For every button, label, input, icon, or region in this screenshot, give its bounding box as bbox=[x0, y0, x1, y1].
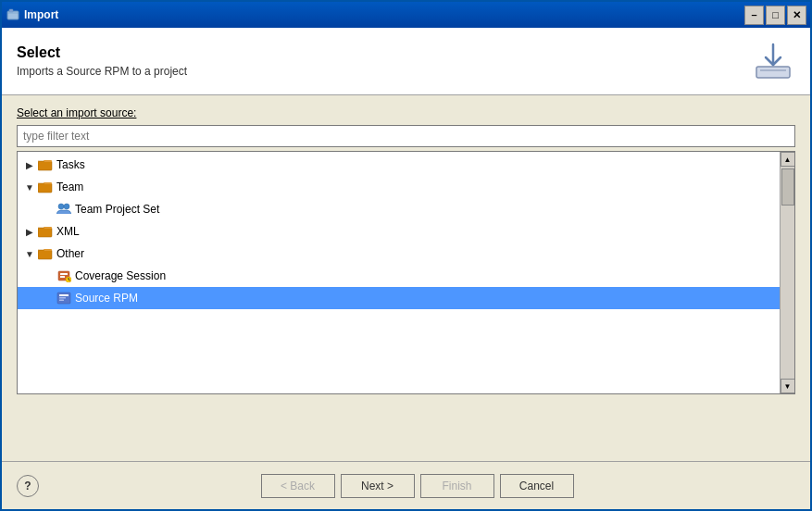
import-icon bbox=[751, 39, 795, 83]
svg-rect-10 bbox=[38, 250, 52, 259]
footer-left: ? bbox=[17, 475, 39, 497]
item-label-other: Other bbox=[56, 247, 84, 260]
item-label-coverage-session: Coverage Session bbox=[75, 269, 166, 282]
svg-rect-18 bbox=[59, 294, 69, 296]
svg-rect-6 bbox=[38, 183, 52, 193]
item-icon-coverage-session bbox=[56, 268, 71, 283]
window-title: Import bbox=[24, 8, 744, 21]
item-label-team-project-set: Team Project Set bbox=[75, 203, 159, 216]
title-bar: Import – □ ✕ bbox=[2, 2, 810, 28]
item-label-team: Team bbox=[56, 181, 83, 193]
content-section: Select an import source: ▶ Tasks▼ Team T… bbox=[2, 95, 810, 461]
svg-rect-0 bbox=[7, 11, 19, 19]
svg-rect-3 bbox=[756, 67, 790, 78]
header-section: Select Imports a Source RPM to a project bbox=[2, 28, 810, 95]
item-icon-team-project-set bbox=[56, 202, 71, 217]
title-bar-buttons: – □ ✕ bbox=[744, 6, 806, 25]
svg-rect-13 bbox=[60, 276, 65, 278]
next-button[interactable]: Next > bbox=[341, 474, 415, 498]
item-label-source-rpm: Source RPM bbox=[75, 292, 138, 305]
expand-arrow-tasks[interactable]: ▶ bbox=[23, 158, 36, 171]
footer-buttons: < Back Next > Finish Cancel bbox=[39, 474, 795, 498]
header-title: Select bbox=[17, 44, 187, 61]
tree-container: ▶ Tasks▼ Team Team Project Set▶ XML▼ Oth… bbox=[17, 151, 795, 394]
svg-rect-19 bbox=[59, 297, 66, 299]
svg-rect-12 bbox=[60, 273, 68, 275]
item-icon-xml bbox=[38, 224, 53, 239]
tree-item-team-project-set[interactable]: Team Project Set bbox=[18, 198, 780, 220]
svg-rect-20 bbox=[59, 300, 64, 302]
footer-section: ? < Back Next > Finish Cancel bbox=[2, 461, 810, 509]
item-label-tasks: Tasks bbox=[56, 158, 85, 171]
item-icon-tasks bbox=[38, 157, 53, 172]
expand-arrow-coverage-session bbox=[42, 269, 55, 282]
item-label-xml: XML bbox=[56, 225, 80, 238]
back-button[interactable]: < Back bbox=[261, 474, 335, 498]
scroll-down-button[interactable]: ▼ bbox=[781, 379, 795, 393]
window-icon bbox=[6, 7, 20, 22]
import-source-label: Select an import source: bbox=[17, 106, 795, 119]
help-button[interactable]: ? bbox=[17, 475, 39, 497]
item-icon-other bbox=[38, 246, 53, 261]
svg-rect-9 bbox=[38, 228, 52, 237]
header-text: Select Imports a Source RPM to a project bbox=[17, 44, 187, 78]
close-button[interactable]: ✕ bbox=[787, 6, 806, 25]
expand-arrow-team-project-set bbox=[42, 203, 55, 216]
scroll-up-button[interactable]: ▲ bbox=[781, 152, 795, 167]
tree-item-other[interactable]: ▼ Other bbox=[18, 243, 780, 265]
svg-rect-5 bbox=[38, 161, 52, 170]
scrollbar[interactable]: ▲ ▼ bbox=[780, 152, 794, 393]
cancel-button[interactable]: Cancel bbox=[500, 474, 574, 498]
tree-item-xml[interactable]: ▶ XML bbox=[18, 220, 780, 243]
item-icon-team bbox=[38, 180, 53, 194]
maximize-button[interactable]: □ bbox=[766, 6, 785, 25]
filter-input[interactable] bbox=[17, 125, 795, 147]
import-dialog: Import – □ ✕ Select Imports a Source RPM… bbox=[0, 0, 812, 511]
expand-arrow-team[interactable]: ▼ bbox=[23, 181, 36, 193]
expand-arrow-source-rpm bbox=[42, 292, 55, 305]
tree-item-source-rpm[interactable]: Source RPM bbox=[18, 287, 780, 309]
finish-button[interactable]: Finish bbox=[420, 474, 494, 498]
spacer bbox=[17, 394, 795, 450]
tree-item-team[interactable]: ▼ Team bbox=[18, 176, 780, 198]
svg-rect-1 bbox=[9, 9, 13, 12]
scroll-thumb[interactable] bbox=[781, 168, 794, 206]
item-icon-source-rpm bbox=[56, 291, 71, 305]
header-subtitle: Imports a Source RPM to a project bbox=[17, 65, 187, 78]
expand-arrow-other[interactable]: ▼ bbox=[23, 247, 36, 260]
svg-point-7 bbox=[58, 204, 64, 209]
expand-arrow-xml[interactable]: ▶ bbox=[23, 225, 36, 238]
tree-item-tasks[interactable]: ▶ Tasks bbox=[18, 154, 780, 176]
tree-list: ▶ Tasks▼ Team Team Project Set▶ XML▼ Oth… bbox=[18, 152, 780, 393]
minimize-button[interactable]: – bbox=[744, 6, 764, 25]
svg-point-8 bbox=[64, 204, 69, 209]
tree-item-coverage-session[interactable]: Coverage Session bbox=[18, 265, 780, 287]
